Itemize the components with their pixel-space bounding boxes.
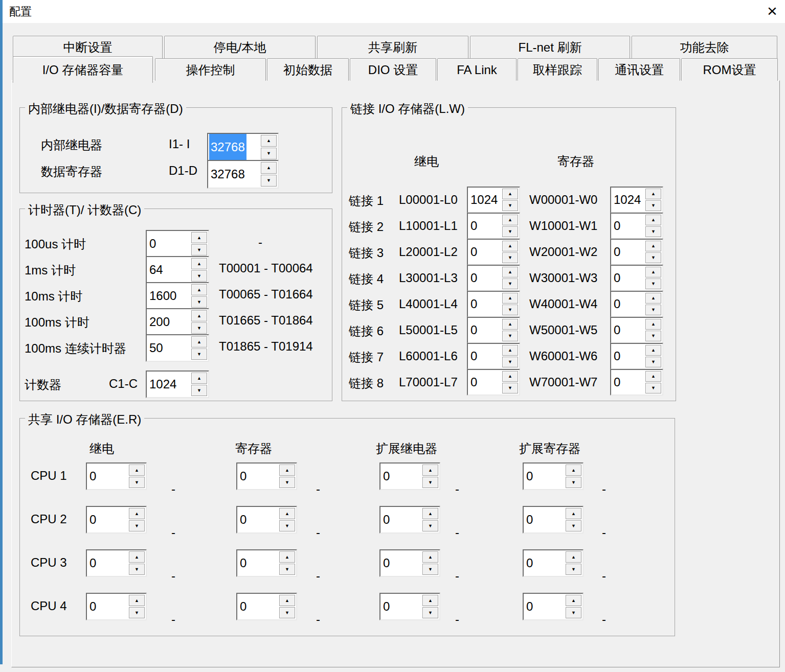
spin-down-button[interactable]: ▼ — [645, 279, 661, 289]
spin-up-button[interactable]: ▲ — [566, 465, 581, 476]
spin-down-button[interactable]: ▼ — [279, 607, 295, 618]
cpu3-register-spinner[interactable]: 0 ▲ ▼ — [236, 549, 297, 577]
spin-down-button[interactable]: ▼ — [566, 564, 581, 575]
spin-value[interactable]: 1024 — [470, 188, 498, 212]
spin-down-button[interactable]: ▼ — [261, 148, 277, 159]
spin-down-button[interactable]: ▼ — [645, 331, 661, 341]
spin-down-button[interactable]: ▼ — [191, 322, 207, 334]
counter-spinner[interactable]: 1024 ▲ ▼ — [146, 370, 209, 398]
tab-dio-settings[interactable]: DIO 设置 — [350, 58, 436, 81]
link3-register-spinner[interactable]: 0 ▲ ▼ — [610, 239, 663, 265]
spin-value[interactable]: 1024 — [614, 188, 641, 212]
spin-value[interactable]: 0 — [614, 318, 620, 342]
spin-up-button[interactable]: ▲ — [422, 551, 438, 563]
spin-up-button[interactable]: ▲ — [279, 595, 295, 606]
spin-up-button[interactable]: ▲ — [261, 135, 277, 147]
cpu4-ext-relay-spinner[interactable]: 0 ▲ ▼ — [379, 593, 440, 620]
spin-up-button[interactable]: ▲ — [645, 267, 661, 277]
close-icon[interactable]: × — [759, 0, 785, 21]
tab-interrupt-settings[interactable]: 中断设置 — [13, 36, 163, 58]
timer-100ms-cont-spinner[interactable]: 50 ▲ ▼ — [146, 334, 209, 362]
cpu2-ext-register-spinner[interactable]: 0 ▲ ▼ — [523, 506, 584, 534]
spin-up-button[interactable]: ▲ — [129, 551, 145, 563]
spin-down-button[interactable]: ▼ — [502, 357, 518, 367]
spin-down-button[interactable]: ▼ — [502, 305, 518, 315]
spin-down-button[interactable]: ▼ — [191, 296, 207, 308]
spin-down-button[interactable]: ▼ — [645, 200, 661, 211]
data-register-spinner[interactable]: 32768 ▲ ▼ — [207, 160, 279, 189]
link5-register-spinner[interactable]: 0 ▲ ▼ — [610, 291, 663, 317]
spin-up-button[interactable]: ▲ — [645, 215, 661, 225]
spin-value[interactable]: 64 — [149, 257, 163, 283]
tab-fa-link[interactable]: FA Link — [437, 58, 517, 81]
spin-value[interactable]: 0 — [149, 231, 156, 257]
spin-down-button[interactable]: ▼ — [645, 383, 661, 393]
spin-value[interactable]: 0 — [470, 370, 477, 395]
spin-down-button[interactable]: ▼ — [129, 477, 145, 488]
spin-down-button[interactable]: ▼ — [645, 226, 661, 237]
spin-down-button[interactable]: ▼ — [422, 564, 438, 575]
timer-100ms-spinner[interactable]: 200 ▲ ▼ — [146, 308, 209, 336]
spin-value[interactable]: 0 — [526, 507, 533, 532]
spin-down-button[interactable]: ▼ — [191, 244, 207, 256]
spin-value[interactable]: 0 — [526, 464, 533, 489]
spin-down-button[interactable]: ▼ — [191, 385, 207, 396]
spin-down-button[interactable]: ▼ — [566, 477, 581, 488]
spin-up-button[interactable]: ▲ — [129, 465, 145, 476]
spin-value[interactable]: 0 — [240, 594, 246, 619]
timer-10ms-spinner[interactable]: 1600 ▲ ▼ — [146, 282, 209, 310]
link1-relay-spinner[interactable]: 1024 ▲ ▼ — [467, 187, 520, 213]
spin-up-button[interactable]: ▲ — [502, 267, 518, 277]
spin-value[interactable]: 0 — [89, 464, 96, 489]
spin-down-button[interactable]: ▼ — [502, 383, 518, 393]
cpu1-register-spinner[interactable]: 0 ▲ ▼ — [236, 462, 297, 490]
spin-value[interactable]: 1024 — [149, 372, 176, 397]
spin-value[interactable]: 0 — [614, 240, 620, 264]
timer-1ms-spinner[interactable]: 64 ▲ ▼ — [146, 256, 209, 284]
spin-up-button[interactable]: ▲ — [645, 319, 661, 330]
spin-up-button[interactable]: ▲ — [261, 162, 277, 174]
spin-down-button[interactable]: ▼ — [422, 477, 438, 488]
spin-value[interactable]: 0 — [470, 318, 477, 342]
spin-up-button[interactable]: ▲ — [645, 189, 661, 199]
spin-value[interactable]: 0 — [240, 507, 246, 532]
spin-down-button[interactable]: ▼ — [502, 200, 518, 211]
spin-value[interactable]: 0 — [614, 344, 620, 368]
tab-rom-settings[interactable]: ROM设置 — [681, 58, 778, 81]
link6-relay-spinner[interactable]: 0 ▲ ▼ — [467, 317, 520, 343]
spin-up-button[interactable]: ▲ — [129, 508, 145, 519]
spin-up-button[interactable]: ▲ — [129, 595, 145, 606]
internal-relay-spinner[interactable]: 32768 ▲ ▼ — [207, 133, 279, 161]
link7-register-spinner[interactable]: 0 ▲ ▼ — [610, 343, 663, 369]
spin-up-button[interactable]: ▲ — [566, 508, 581, 519]
spin-up-button[interactable]: ▲ — [191, 373, 207, 384]
cpu1-ext-relay-spinner[interactable]: 0 ▲ ▼ — [379, 462, 440, 490]
cpu4-ext-register-spinner[interactable]: 0 ▲ ▼ — [523, 593, 584, 620]
spin-value[interactable]: 32768 — [209, 134, 246, 160]
spin-up-button[interactable]: ▲ — [422, 508, 438, 519]
spin-value[interactable]: 0 — [614, 370, 620, 395]
link2-relay-spinner[interactable]: 0 ▲ ▼ — [467, 213, 520, 239]
spin-value[interactable]: 0 — [614, 292, 620, 316]
tab-poweroff-local[interactable]: 停电/本地 — [164, 36, 316, 58]
spin-down-button[interactable]: ▼ — [129, 564, 145, 575]
spin-value[interactable]: 0 — [614, 266, 620, 290]
spin-up-button[interactable]: ▲ — [422, 595, 438, 606]
spin-value[interactable]: 0 — [240, 464, 246, 489]
link2-register-spinner[interactable]: 0 ▲ ▼ — [610, 213, 663, 239]
spin-value[interactable]: 0 — [614, 214, 620, 238]
cpu3-relay-spinner[interactable]: 0 ▲ ▼ — [86, 549, 147, 577]
spin-value[interactable]: 0 — [470, 240, 477, 264]
tab-operation-control[interactable]: 操作控制 — [155, 58, 266, 81]
spin-up-button[interactable]: ▲ — [566, 551, 581, 563]
tab-initial-data[interactable]: 初始数据 — [267, 58, 349, 81]
spin-value[interactable]: 1600 — [149, 283, 176, 309]
spin-value[interactable]: 0 — [526, 550, 533, 576]
spin-value[interactable]: 0 — [470, 344, 477, 368]
spin-up-button[interactable]: ▲ — [645, 345, 661, 356]
spin-value[interactable]: 0 — [383, 464, 390, 489]
link5-relay-spinner[interactable]: 0 ▲ ▼ — [467, 291, 520, 317]
spin-up-button[interactable]: ▲ — [422, 465, 438, 476]
spin-down-button[interactable]: ▼ — [502, 226, 518, 237]
spin-value[interactable]: 50 — [149, 335, 163, 361]
